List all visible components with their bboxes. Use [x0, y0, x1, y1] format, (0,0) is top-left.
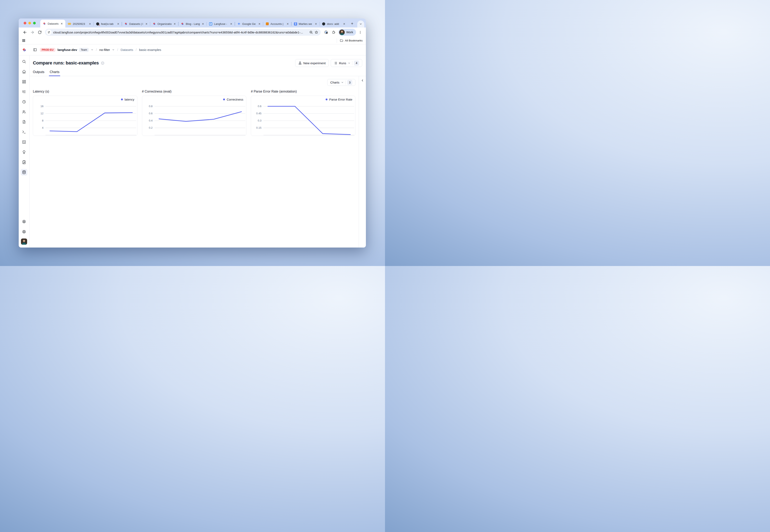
close-tab-icon[interactable]: ✕: [173, 22, 176, 25]
sidebar-item-tracing[interactable]: [21, 88, 27, 95]
zoom-in-icon[interactable]: [309, 30, 313, 34]
gear-icon: [22, 220, 26, 224]
apps-grid-icon[interactable]: [22, 39, 25, 42]
clipboard-pen-icon: [22, 160, 26, 164]
all-bookmarks-button[interactable]: All Bookmarks: [337, 38, 363, 43]
aws-icon: [266, 22, 269, 25]
org-name[interactable]: langfuse-dev: [57, 48, 77, 52]
browser-tab[interactable]: Accounts | ✕: [263, 20, 292, 28]
browser-tab[interactable]: docs: add ✕: [320, 20, 348, 28]
close-window-button[interactable]: [24, 22, 26, 24]
breadcrumb-dataset-name[interactable]: basic-examples: [139, 48, 161, 52]
chart-card: 481216 latency: [33, 96, 137, 136]
browser-tab[interactable]: Organizatio ✕: [150, 20, 178, 28]
sidebar-item-home[interactable]: [21, 68, 27, 75]
tab-title: Accounts |: [271, 22, 285, 25]
app-sidebar: [19, 55, 30, 248]
close-tab-icon[interactable]: ✕: [258, 22, 261, 25]
sidebar-item-search[interactable]: [21, 58, 27, 65]
svg-text:0.3: 0.3: [258, 119, 262, 122]
page-tabs: Outputs Charts: [30, 67, 366, 76]
profile-chip[interactable]: Work: [338, 29, 356, 36]
close-tab-icon[interactable]: ✕: [60, 22, 63, 25]
legend-dot-icon: [223, 99, 225, 100]
sidebar-item-settings[interactable]: [21, 218, 27, 225]
browser-tab[interactable]: 20250923 ✕: [65, 20, 94, 28]
folder-icon: [340, 39, 343, 42]
square-percent-icon: [22, 140, 26, 144]
org-role-badge: Team: [79, 48, 89, 52]
runs-dropdown-button[interactable]: Runs 4: [331, 59, 362, 67]
database-icon: [22, 170, 26, 174]
sidebar-item-prompts[interactable]: [21, 119, 27, 125]
sidebar-item-playground[interactable]: [21, 129, 27, 135]
sidebar-item-suggestions[interactable]: [21, 149, 27, 155]
project-switcher-chevron-icon[interactable]: [112, 48, 115, 51]
button-divider: [352, 61, 352, 65]
browser-tab[interactable]: Datasets | L ✕: [40, 20, 65, 28]
extensions-puzzle-icon[interactable]: [330, 29, 337, 36]
url-bar[interactable]: cloud.langfuse.com/project/cmfwgv8fx002o…: [45, 29, 321, 36]
charts-dropdown-button[interactable]: Charts 3: [327, 79, 355, 86]
sidebar-item-datasets[interactable]: [21, 169, 27, 175]
svg-text:0.8: 0.8: [149, 105, 152, 108]
clock-icon: [22, 100, 26, 104]
close-tab-icon[interactable]: ✕: [145, 22, 148, 25]
sidebar-item-evaluation[interactable]: [21, 139, 27, 145]
browser-menu-button[interactable]: [357, 29, 363, 36]
browser-tab[interactable]: Blog - Lang ✕: [178, 20, 207, 28]
list-tree-icon: [22, 90, 26, 94]
browser-tab[interactable]: Google Ge ✕: [235, 20, 263, 28]
tab-title: Google Ge: [242, 22, 257, 25]
project-name[interactable]: no-filter: [99, 48, 110, 52]
aws-favicon: [266, 22, 269, 25]
github-ci-failed-icon: [96, 22, 99, 25]
org-switcher-chevron-icon[interactable]: [91, 48, 93, 51]
colab-favicon: [68, 22, 71, 25]
chevron-down-icon: [341, 81, 344, 84]
forward-button[interactable]: [29, 29, 36, 36]
close-tab-icon[interactable]: ✕: [117, 22, 120, 25]
sidebar-toggle-button[interactable]: [32, 47, 38, 53]
langfuse-logo[interactable]: [19, 47, 30, 52]
close-tab-icon[interactable]: ✕: [315, 22, 318, 25]
password-manager-icon[interactable]: [323, 29, 329, 36]
browser-tab[interactable]: feat(io-tab ✕: [94, 20, 122, 28]
bookmark-star-icon[interactable]: [315, 30, 318, 34]
notes-app-icon: [294, 22, 297, 25]
chart-card: 0.20.40.60.8 Correctness: [142, 96, 247, 136]
new-tab-button[interactable]: +: [349, 21, 355, 27]
sidebar-item-support[interactable]: [21, 228, 27, 235]
url-text[interactable]: cloud.langfuse.com/project/cmfwgv8fx002o…: [53, 31, 308, 34]
back-button[interactable]: [22, 29, 28, 36]
reload-button[interactable]: [36, 29, 43, 36]
user-avatar[interactable]: [21, 238, 27, 245]
sidebar-item-users[interactable]: [21, 109, 27, 115]
sidebar-item-annotation[interactable]: [21, 159, 27, 165]
close-tab-icon[interactable]: ✕: [286, 22, 289, 25]
tab-outputs[interactable]: Outputs: [33, 70, 44, 76]
new-experiment-button[interactable]: New experiment: [295, 59, 329, 67]
search-icon: [22, 60, 26, 64]
info-icon[interactable]: [101, 61, 104, 65]
gemini-favicon: [237, 22, 241, 25]
collapse-panel-chevron-icon[interactable]: [361, 79, 364, 82]
tab-search-button[interactable]: [357, 21, 364, 28]
browser-tab[interactable]: 6 Langfuse - ✕: [207, 20, 235, 28]
tab-charts[interactable]: Charts: [50, 70, 59, 76]
line-chart: 0.150.30.450.6: [251, 96, 355, 136]
browser-tab[interactable]: Marlies we ✕: [291, 20, 320, 28]
close-tab-icon[interactable]: ✕: [202, 22, 205, 25]
browser-tab[interactable]: Datasets | l ✕: [122, 20, 150, 28]
maximize-window-button[interactable]: [33, 22, 36, 24]
sidebar-item-dashboards[interactable]: [21, 78, 27, 85]
site-settings-icon[interactable]: [46, 30, 52, 35]
minimize-window-button[interactable]: [28, 22, 31, 24]
sidebar-item-sessions[interactable]: [21, 99, 27, 105]
close-tab-icon[interactable]: ✕: [343, 22, 346, 25]
breadcrumb-datasets-link[interactable]: Datasets: [120, 48, 133, 52]
close-tab-icon[interactable]: ✕: [88, 22, 92, 25]
tab-title: feat(io-tab: [101, 22, 115, 25]
close-tab-icon[interactable]: ✕: [230, 22, 233, 25]
tab-title: Organizatio: [157, 22, 172, 25]
